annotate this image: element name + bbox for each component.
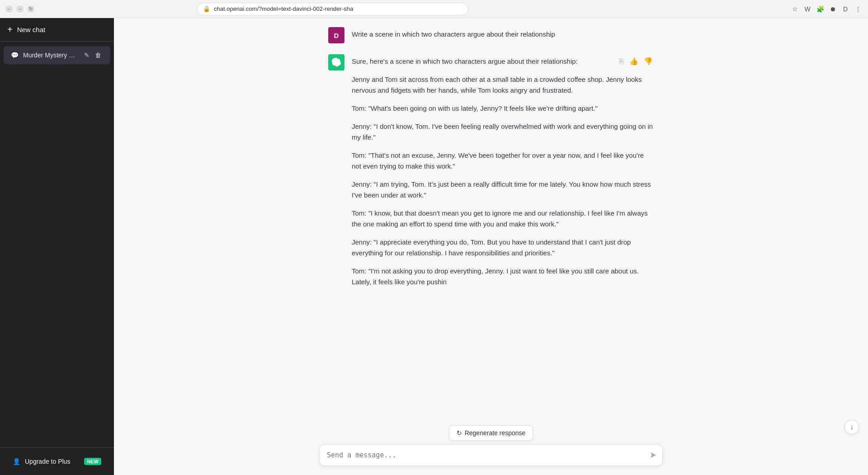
delete-chat-button[interactable]: 🗑: [93, 51, 103, 60]
extension-puzzle-icon[interactable]: 🧩: [816, 5, 825, 14]
sidebar: + New chat 💬 Murder Mystery Plot.. ✎ 🗑 👤…: [0, 18, 114, 475]
new-badge: NEW: [84, 458, 101, 465]
assistant-message: Sure, here's a scene in which two charac…: [328, 54, 654, 295]
scroll-to-bottom-button[interactable]: ↓: [844, 420, 859, 434]
para-7: Jenny: "I appreciate everything you do, …: [352, 237, 654, 259]
new-chat-label: New chat: [17, 26, 46, 33]
user-avatar: D: [328, 27, 344, 43]
lock-icon: 🔒: [203, 5, 210, 12]
chat-bubble-icon: 💬: [11, 52, 19, 59]
thumbs-down-button[interactable]: 👎: [643, 56, 654, 66]
send-button[interactable]: [650, 451, 657, 459]
reload-button[interactable]: ↻: [27, 5, 34, 13]
sidebar-footer: 👤 Upgrade to Plus NEW: [0, 447, 114, 475]
main-content: D Write a scene in which two characters …: [114, 18, 868, 475]
browser-actions: ☆ W 🧩 ⏺ D ⋮: [790, 5, 863, 14]
profile-icon[interactable]: D: [841, 5, 850, 14]
message-input-wrapper: [319, 444, 663, 466]
back-button[interactable]: ←: [5, 5, 13, 13]
para-2: Tom: "What's been going on with us latel…: [352, 103, 654, 114]
para-1: Jenny and Tom sit across from each other…: [352, 74, 654, 96]
regen-label: Regenerate response: [465, 429, 526, 437]
address-bar[interactable]: 🔒 chat.openai.com/?model=text-davinci-00…: [197, 3, 468, 15]
plus-icon: +: [7, 24, 13, 35]
forward-button[interactable]: →: [16, 5, 24, 13]
user-message: D Write a scene in which two characters …: [328, 27, 654, 43]
app-container: + New chat 💬 Murder Mystery Plot.. ✎ 🗑 👤…: [0, 18, 868, 475]
regen-icon: ↻: [457, 429, 462, 437]
para-4: Tom: "That's not an excuse, Jenny. We've…: [352, 150, 654, 172]
user-icon: 👤: [13, 458, 20, 465]
para-0: Sure, here's a scene in which two charac…: [352, 56, 654, 67]
message-input[interactable]: [320, 445, 662, 466]
message-container: D Write a scene in which two characters …: [319, 27, 663, 295]
upgrade-label: Upgrade to Plus: [25, 458, 70, 465]
message-actions: ⎘ 👍 👎: [618, 56, 654, 66]
extension-record-icon[interactable]: ⏺: [828, 5, 837, 14]
regenerate-response-button[interactable]: ↻ Regenerate response: [449, 425, 533, 441]
url-text: chat.openai.com/?model=text-davinci-002-…: [214, 5, 353, 12]
copy-button[interactable]: ⎘: [618, 56, 625, 66]
chat-list: 💬 Murder Mystery Plot.. ✎ 🗑: [0, 42, 114, 447]
chat-item-actions: ✎ 🗑: [82, 51, 103, 60]
edit-chat-button[interactable]: ✎: [82, 51, 91, 60]
browser-chrome: ← → ↻ 🔒 chat.openai.com/?model=text-davi…: [0, 0, 868, 18]
extension-w-icon[interactable]: W: [803, 5, 812, 14]
input-area: ↻ Regenerate response: [114, 418, 868, 475]
user-message-content: Write a scene in which two characters ar…: [352, 27, 654, 43]
scroll-down-icon: ↓: [850, 423, 854, 431]
assistant-message-content: Sure, here's a scene in which two charac…: [352, 54, 654, 295]
menu-icon[interactable]: ⋮: [854, 5, 863, 14]
send-icon: [650, 451, 657, 459]
chat-item[interactable]: 💬 Murder Mystery Plot.. ✎ 🗑: [4, 46, 110, 64]
chat-messages: D Write a scene in which two characters …: [114, 18, 868, 418]
para-8: Tom: "I'm not asking you to drop everyth…: [352, 266, 654, 287]
para-3: Jenny: "I don't know, Tom. I've been fee…: [352, 121, 654, 143]
regen-bar: ↻ Regenerate response: [123, 425, 859, 441]
bookmark-icon[interactable]: ☆: [790, 5, 799, 14]
thumbs-up-button[interactable]: 👍: [628, 56, 639, 66]
chat-title: Murder Mystery Plot..: [23, 52, 78, 59]
assistant-avatar: [328, 54, 344, 71]
new-chat-button[interactable]: + New chat: [0, 18, 114, 42]
para-6: Tom: "I know, but that doesn't mean you …: [352, 208, 654, 230]
para-5: Jenny: "I am trying, Tom. It's just been…: [352, 179, 654, 201]
upgrade-to-plus-button[interactable]: 👤 Upgrade to Plus NEW: [7, 453, 107, 470]
